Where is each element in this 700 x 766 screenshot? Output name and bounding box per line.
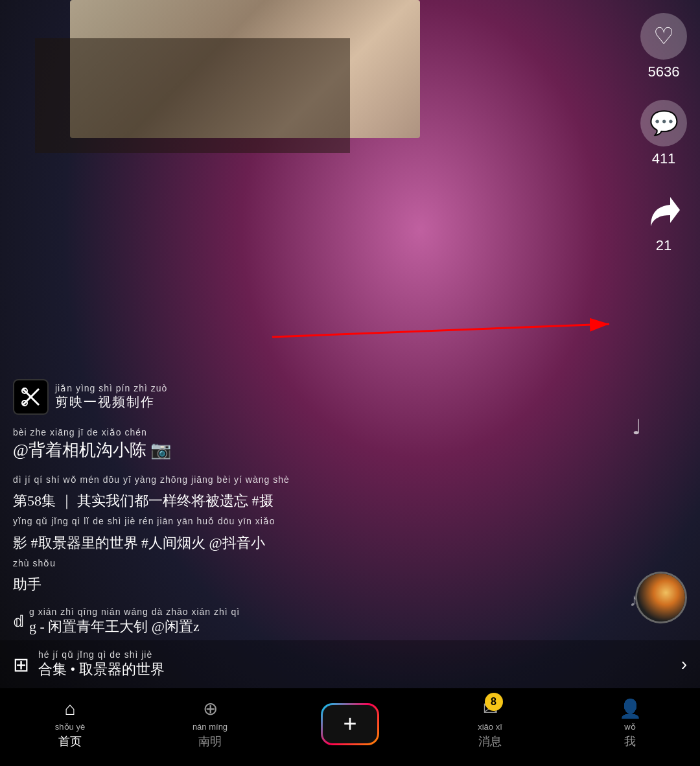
home-pinyin: shǒu yè: [55, 722, 85, 732]
share-count: 21: [656, 237, 671, 254]
like-button[interactable]: ♡: [640, 13, 687, 60]
plus-icon: +: [343, 710, 356, 737]
capcut-pinyin: jiǎn yìng shì pín zhì zuò: [55, 383, 167, 393]
profile-icon: 👤: [619, 698, 642, 719]
scissors-icon: [19, 386, 42, 408]
nav-home[interactable]: ⌂ shǒu yè 首页: [38, 699, 102, 749]
chevron-right-icon: ›: [681, 654, 687, 675]
collection-left: ⊞ hé jí qǔ jǐng qì de shì jiè 合集 • 取景器的世…: [13, 649, 165, 679]
collection-bar[interactable]: ⊞ hé jí qǔ jǐng qì de shì jiè 合集 • 取景器的世…: [0, 640, 700, 688]
profile-label: 我: [624, 734, 636, 749]
music-disc[interactable]: [635, 572, 687, 623]
notification-badge: 8: [485, 693, 503, 711]
profile-pinyin: wǒ: [624, 722, 635, 732]
music-line[interactable]: 𝕕 g xián zhì qīng nián wáng dà zhāo xián…: [13, 607, 616, 636]
heart-icon: ♡: [653, 23, 674, 50]
desc-line3: 助手: [13, 572, 616, 598]
at-symbol: @: [13, 441, 29, 459]
desc-line2: 影 #取景器里的世界 #人间烟火 @抖音小: [13, 530, 616, 556]
comment-action[interactable]: 💬 411: [640, 100, 687, 167]
desc-pinyin-2: yǐng qǔ jǐng qì lǐ de shì jiè rén jiān y…: [13, 513, 616, 529]
capcut-logo: [13, 379, 49, 415]
comment-button[interactable]: 💬: [640, 100, 687, 146]
description: dì jí qí shí wǒ mén dōu yī yàng zhōng ji…: [13, 472, 616, 598]
author-pinyin: bèi zhe xiāng jī de xiǎo chén: [13, 426, 616, 439]
share-button[interactable]: [640, 187, 687, 233]
explore-pinyin: nán míng: [192, 722, 228, 732]
share-action[interactable]: 21: [640, 187, 687, 254]
desc-pinyin-1: dì jí qí shí wǒ mén dōu yī yàng zhōng ji…: [13, 472, 616, 488]
desc-pinyin-3: zhù shǒu: [13, 555, 616, 572]
like-count: 5636: [648, 64, 680, 80]
tiktok-icon: 𝕕: [13, 612, 24, 631]
content-overlay: jiǎn yìng shì pín zhì zuò 剪映一视频制作 bèi zh…: [0, 379, 629, 636]
music-text: g - 闲置青年王大钊 @闲置z: [29, 617, 240, 636]
home-icon: ⌂: [65, 699, 76, 719]
desc-line1: 第58集 ｜ 其实我们都一样终将被遗忘 #摄: [13, 488, 616, 514]
collection-pinyin: hé jí qǔ jǐng qì de shì jiè: [38, 649, 165, 660]
capcut-badge[interactable]: jiǎn yìng shì pín zhì zuò 剪映一视频制作: [13, 379, 616, 415]
collection-info: hé jí qǔ jǐng qì de shì jiè 合集 • 取景器的世界: [38, 649, 165, 679]
right-sidebar: ♡ 5636 💬 411 21: [640, 13, 687, 254]
nav-messages[interactable]: ✉ 8 xiāo xī 消息: [458, 698, 522, 749]
bottom-nav: ⌂ shǒu yè 首页 ⊕ nán míng 南明 + ✉ 8 xiāo xī…: [0, 688, 700, 766]
collection-icon: ⊞: [13, 653, 29, 676]
comment-icon: 💬: [649, 110, 679, 137]
nav-add[interactable]: +: [318, 703, 382, 745]
capcut-text: 剪映一视频制作: [55, 393, 167, 411]
comment-count: 411: [652, 150, 676, 167]
capcut-label: jiǎn yìng shì pín zhì zuò 剪映一视频制作: [55, 383, 167, 411]
music-note-floating: ♩: [632, 415, 642, 439]
author-line[interactable]: bèi zhe xiāng jī de xiǎo chén @背着相机沟小陈 📷: [13, 426, 616, 463]
explore-label: 南明: [198, 734, 222, 749]
home-label: 首页: [58, 734, 82, 749]
like-action[interactable]: ♡ 5636: [640, 13, 687, 80]
music-info: g xián zhì qīng nián wáng dà zhāo xián z…: [29, 607, 240, 636]
collection-text: 合集 • 取景器的世界: [38, 661, 165, 677]
nav-explore[interactable]: ⊕ nán míng 南明: [178, 698, 242, 749]
messages-pinyin: xiāo xī: [478, 722, 502, 732]
add-button[interactable]: +: [321, 703, 379, 745]
nav-profile[interactable]: 👤 wǒ 我: [598, 698, 662, 749]
share-icon: [644, 191, 683, 229]
author-name: 背着相机沟小陈 📷: [29, 441, 172, 459]
explore-icon: ⊕: [203, 698, 218, 719]
messages-label: 消息: [478, 734, 502, 749]
music-disc-inner: [637, 574, 685, 621]
music-pinyin: g xián zhì qīng nián wáng dà zhāo xián z…: [29, 607, 240, 617]
